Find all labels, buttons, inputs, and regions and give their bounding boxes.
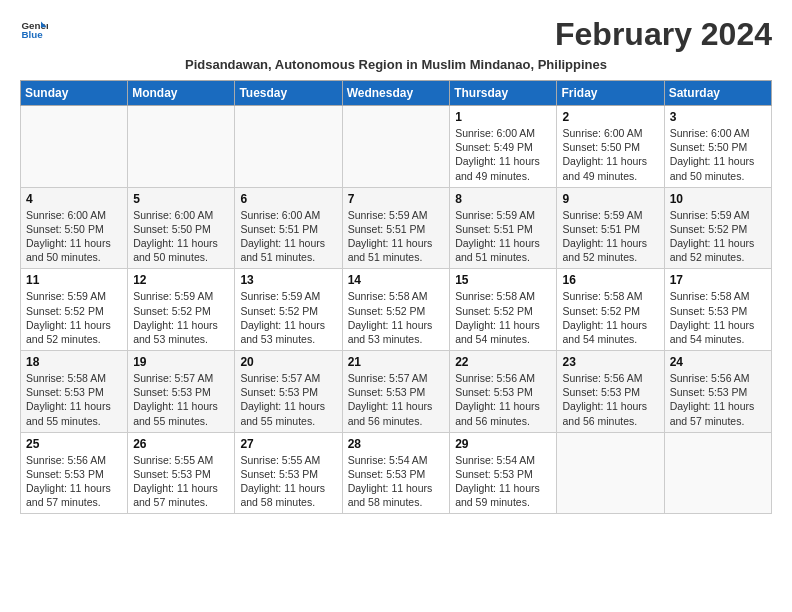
day-number: 1 [455,110,551,124]
day-number: 11 [26,273,122,287]
day-info: Sunrise: 5:56 AM Sunset: 5:53 PM Dayligh… [562,371,658,428]
day-info: Sunrise: 5:56 AM Sunset: 5:53 PM Dayligh… [670,371,766,428]
header-cell-thursday: Thursday [450,81,557,106]
calendar-cell: 13Sunrise: 5:59 AM Sunset: 5:52 PM Dayli… [235,269,342,351]
calendar-cell: 9Sunrise: 5:59 AM Sunset: 5:51 PM Daylig… [557,187,664,269]
calendar-cell [342,106,450,188]
day-number: 5 [133,192,229,206]
calendar-cell: 14Sunrise: 5:58 AM Sunset: 5:52 PM Dayli… [342,269,450,351]
subtitle: Pidsandawan, Autonomous Region in Muslim… [20,57,772,72]
header: General Blue February 2024 [20,16,772,53]
day-number: 27 [240,437,336,451]
day-number: 29 [455,437,551,451]
day-info: Sunrise: 5:59 AM Sunset: 5:52 PM Dayligh… [240,289,336,346]
calendar-cell: 10Sunrise: 5:59 AM Sunset: 5:52 PM Dayli… [664,187,771,269]
day-info: Sunrise: 5:59 AM Sunset: 5:52 PM Dayligh… [133,289,229,346]
calendar-cell: 20Sunrise: 5:57 AM Sunset: 5:53 PM Dayli… [235,351,342,433]
calendar-cell [21,106,128,188]
day-number: 15 [455,273,551,287]
day-info: Sunrise: 5:58 AM Sunset: 5:52 PM Dayligh… [455,289,551,346]
day-number: 20 [240,355,336,369]
day-number: 24 [670,355,766,369]
day-number: 2 [562,110,658,124]
day-info: Sunrise: 5:57 AM Sunset: 5:53 PM Dayligh… [240,371,336,428]
day-info: Sunrise: 6:00 AM Sunset: 5:51 PM Dayligh… [240,208,336,265]
day-info: Sunrise: 5:59 AM Sunset: 5:51 PM Dayligh… [455,208,551,265]
day-info: Sunrise: 5:56 AM Sunset: 5:53 PM Dayligh… [26,453,122,510]
calendar-cell [557,432,664,514]
day-info: Sunrise: 6:00 AM Sunset: 5:50 PM Dayligh… [133,208,229,265]
calendar-cell: 26Sunrise: 5:55 AM Sunset: 5:53 PM Dayli… [128,432,235,514]
logo-icon: General Blue [20,16,48,44]
calendar-cell: 18Sunrise: 5:58 AM Sunset: 5:53 PM Dayli… [21,351,128,433]
day-number: 8 [455,192,551,206]
day-number: 14 [348,273,445,287]
calendar-cell: 3Sunrise: 6:00 AM Sunset: 5:50 PM Daylig… [664,106,771,188]
calendar-cell: 12Sunrise: 5:59 AM Sunset: 5:52 PM Dayli… [128,269,235,351]
day-number: 28 [348,437,445,451]
calendar-cell: 4Sunrise: 6:00 AM Sunset: 5:50 PM Daylig… [21,187,128,269]
day-number: 26 [133,437,229,451]
calendar-cell: 15Sunrise: 5:58 AM Sunset: 5:52 PM Dayli… [450,269,557,351]
calendar-cell: 25Sunrise: 5:56 AM Sunset: 5:53 PM Dayli… [21,432,128,514]
header-cell-tuesday: Tuesday [235,81,342,106]
day-number: 13 [240,273,336,287]
day-number: 3 [670,110,766,124]
calendar-cell [664,432,771,514]
calendar-cell: 24Sunrise: 5:56 AM Sunset: 5:53 PM Dayli… [664,351,771,433]
day-info: Sunrise: 5:54 AM Sunset: 5:53 PM Dayligh… [455,453,551,510]
day-info: Sunrise: 5:58 AM Sunset: 5:52 PM Dayligh… [562,289,658,346]
header-cell-sunday: Sunday [21,81,128,106]
day-info: Sunrise: 5:57 AM Sunset: 5:53 PM Dayligh… [133,371,229,428]
day-info: Sunrise: 5:57 AM Sunset: 5:53 PM Dayligh… [348,371,445,428]
day-number: 6 [240,192,336,206]
calendar-cell: 22Sunrise: 5:56 AM Sunset: 5:53 PM Dayli… [450,351,557,433]
day-info: Sunrise: 5:54 AM Sunset: 5:53 PM Dayligh… [348,453,445,510]
header-cell-monday: Monday [128,81,235,106]
logo: General Blue [20,16,48,44]
calendar-cell: 29Sunrise: 5:54 AM Sunset: 5:53 PM Dayli… [450,432,557,514]
calendar-cell: 27Sunrise: 5:55 AM Sunset: 5:53 PM Dayli… [235,432,342,514]
calendar-table: SundayMondayTuesdayWednesdayThursdayFrid… [20,80,772,514]
day-info: Sunrise: 5:55 AM Sunset: 5:53 PM Dayligh… [133,453,229,510]
day-number: 22 [455,355,551,369]
day-info: Sunrise: 5:55 AM Sunset: 5:53 PM Dayligh… [240,453,336,510]
day-number: 25 [26,437,122,451]
day-info: Sunrise: 6:00 AM Sunset: 5:50 PM Dayligh… [562,126,658,183]
calendar-cell: 19Sunrise: 5:57 AM Sunset: 5:53 PM Dayli… [128,351,235,433]
month-title: February 2024 [555,16,772,53]
header-cell-friday: Friday [557,81,664,106]
day-info: Sunrise: 5:56 AM Sunset: 5:53 PM Dayligh… [455,371,551,428]
calendar-cell: 28Sunrise: 5:54 AM Sunset: 5:53 PM Dayli… [342,432,450,514]
calendar-week-0: 1Sunrise: 6:00 AM Sunset: 5:49 PM Daylig… [21,106,772,188]
calendar-cell: 5Sunrise: 6:00 AM Sunset: 5:50 PM Daylig… [128,187,235,269]
calendar-cell: 2Sunrise: 6:00 AM Sunset: 5:50 PM Daylig… [557,106,664,188]
day-number: 9 [562,192,658,206]
calendar-cell: 11Sunrise: 5:59 AM Sunset: 5:52 PM Dayli… [21,269,128,351]
day-number: 17 [670,273,766,287]
calendar-cell: 16Sunrise: 5:58 AM Sunset: 5:52 PM Dayli… [557,269,664,351]
day-info: Sunrise: 5:58 AM Sunset: 5:53 PM Dayligh… [670,289,766,346]
calendar-week-3: 18Sunrise: 5:58 AM Sunset: 5:53 PM Dayli… [21,351,772,433]
day-info: Sunrise: 6:00 AM Sunset: 5:50 PM Dayligh… [670,126,766,183]
header-cell-saturday: Saturday [664,81,771,106]
svg-text:Blue: Blue [21,29,43,40]
calendar-cell: 6Sunrise: 6:00 AM Sunset: 5:51 PM Daylig… [235,187,342,269]
day-info: Sunrise: 5:59 AM Sunset: 5:52 PM Dayligh… [670,208,766,265]
day-number: 4 [26,192,122,206]
day-info: Sunrise: 6:00 AM Sunset: 5:50 PM Dayligh… [26,208,122,265]
day-number: 18 [26,355,122,369]
calendar-week-2: 11Sunrise: 5:59 AM Sunset: 5:52 PM Dayli… [21,269,772,351]
calendar-week-1: 4Sunrise: 6:00 AM Sunset: 5:50 PM Daylig… [21,187,772,269]
day-number: 12 [133,273,229,287]
calendar-cell: 17Sunrise: 5:58 AM Sunset: 5:53 PM Dayli… [664,269,771,351]
calendar-header-row: SundayMondayTuesdayWednesdayThursdayFrid… [21,81,772,106]
day-info: Sunrise: 5:58 AM Sunset: 5:52 PM Dayligh… [348,289,445,346]
day-info: Sunrise: 5:59 AM Sunset: 5:52 PM Dayligh… [26,289,122,346]
day-number: 7 [348,192,445,206]
day-info: Sunrise: 5:59 AM Sunset: 5:51 PM Dayligh… [348,208,445,265]
day-number: 19 [133,355,229,369]
calendar-cell [128,106,235,188]
calendar-cell: 1Sunrise: 6:00 AM Sunset: 5:49 PM Daylig… [450,106,557,188]
calendar-week-4: 25Sunrise: 5:56 AM Sunset: 5:53 PM Dayli… [21,432,772,514]
